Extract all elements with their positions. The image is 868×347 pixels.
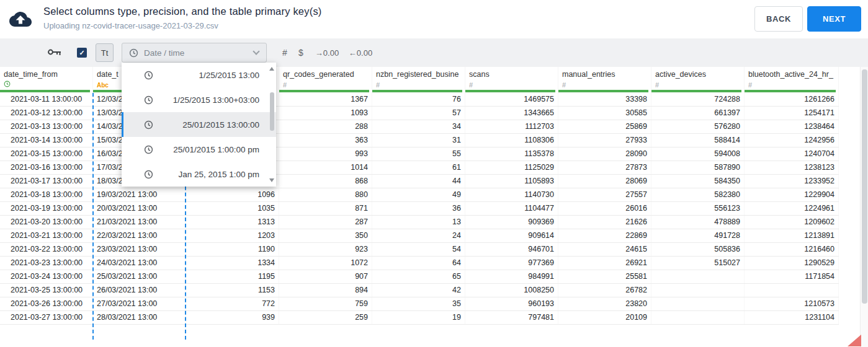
table-cell[interactable]: 57 xyxy=(372,107,465,120)
table-cell[interactable]: 28/03/2021 13:00 xyxy=(93,311,186,324)
table-cell[interactable]: 27933 xyxy=(558,134,651,147)
table-cell[interactable]: 1343665 xyxy=(465,107,558,120)
table-cell[interactable]: 1153 xyxy=(186,284,279,297)
column-header-nzbn_registered_busine[interactable]: nzbn_registered_busine# xyxy=(372,67,465,93)
table-cell[interactable]: 2021-03-27 13:00:00 xyxy=(0,311,93,324)
table-cell[interactable]: 2021-03-18 13:00:00 xyxy=(0,188,93,201)
table-cell[interactable]: 1105893 xyxy=(465,175,558,188)
table-cell[interactable]: 2021-03-17 13:00:00 xyxy=(0,175,93,188)
table-cell[interactable]: 34 xyxy=(372,120,465,133)
column-header-qr_codes_generated[interactable]: qr_codes_generated# xyxy=(279,67,372,93)
primary-key-button[interactable] xyxy=(47,47,63,58)
table-cell[interactable]: 26/03/2021 13:00 xyxy=(93,284,186,297)
next-button[interactable]: NEXT xyxy=(807,6,861,32)
table-cell[interactable] xyxy=(651,284,745,297)
table-cell[interactable]: 1008250 xyxy=(465,284,558,297)
table-cell[interactable]: 505836 xyxy=(651,243,745,256)
table-cell[interactable]: 2021-03-12 13:00:00 xyxy=(0,107,93,120)
table-cell[interactable]: 1238123 xyxy=(745,161,839,174)
table-cell[interactable]: 661397 xyxy=(651,107,745,120)
table-cell[interactable]: 259 xyxy=(279,311,372,324)
table-cell[interactable]: 1233952 xyxy=(745,175,839,188)
table-cell[interactable]: 20/03/2021 13:00 xyxy=(93,202,186,215)
table-cell[interactable]: 556123 xyxy=(651,202,745,215)
table-cell[interactable]: 26782 xyxy=(558,284,651,297)
menu-scrollbar[interactable] xyxy=(268,63,276,187)
table-cell[interactable]: 1469575 xyxy=(465,93,558,106)
date-format-option[interactable]: Jan 25, 2015 1:00 pm xyxy=(122,162,276,187)
table-cell[interactable]: 907 xyxy=(279,270,372,283)
table-cell[interactable]: 2021-03-24 13:00:00 xyxy=(0,270,93,283)
table-cell[interactable]: 2021-03-25 13:00:00 xyxy=(0,284,93,297)
table-cell[interactable]: 2021-03-13 13:00:00 xyxy=(0,120,93,133)
table-cell[interactable]: 30585 xyxy=(558,107,651,120)
table-cell[interactable]: 977369 xyxy=(465,257,558,270)
text-type-button[interactable]: Tt xyxy=(96,43,114,62)
scroll-down-arrow[interactable] xyxy=(269,178,274,182)
table-cell[interactable]: 576280 xyxy=(651,120,745,133)
table-cell[interactable]: 76 xyxy=(372,93,465,106)
table-cell[interactable]: 64 xyxy=(372,257,465,270)
table-cell[interactable]: 363 xyxy=(279,134,372,147)
table-cell[interactable]: 1072 xyxy=(279,257,372,270)
table-cell[interactable]: 23820 xyxy=(558,297,651,310)
table-cell[interactable]: 923 xyxy=(279,243,372,256)
back-button[interactable]: BACK xyxy=(754,6,803,32)
table-cell[interactable]: 1209602 xyxy=(745,216,839,229)
table-cell[interactable]: 1238464 xyxy=(745,120,839,133)
table-cell[interactable]: 909369 xyxy=(465,216,558,229)
table-cell[interactable]: 1190 xyxy=(186,243,279,256)
table-cell[interactable]: 1135378 xyxy=(465,147,558,160)
table-cell[interactable]: 27873 xyxy=(558,161,651,174)
table-cell[interactable]: 1240704 xyxy=(745,147,839,160)
table-cell[interactable]: 1213891 xyxy=(745,229,839,242)
date-format-option[interactable]: 25/01/2015 1:00:00 pm xyxy=(122,137,276,162)
table-cell[interactable]: 1290529 xyxy=(745,257,839,270)
table-cell[interactable] xyxy=(651,311,745,324)
table-cell[interactable]: 1096 xyxy=(186,188,279,201)
table-cell[interactable]: 759 xyxy=(279,297,372,310)
table-cell[interactable]: 25/03/2021 13:00 xyxy=(93,270,186,283)
table-cell[interactable]: 26016 xyxy=(558,202,651,215)
table-cell[interactable]: 797481 xyxy=(465,311,558,324)
table-cell[interactable]: 1035 xyxy=(186,202,279,215)
scrollbar-thumb[interactable] xyxy=(270,92,274,131)
table-cell[interactable]: 1210573 xyxy=(745,297,839,310)
table-cell[interactable]: 582380 xyxy=(651,188,745,201)
table-cell[interactable]: 287 xyxy=(279,216,372,229)
table-cell[interactable]: 1014 xyxy=(279,161,372,174)
table-cell[interactable]: 27557 xyxy=(558,188,651,201)
table-cell[interactable]: 724288 xyxy=(651,93,745,106)
table-cell[interactable]: 960193 xyxy=(465,297,558,310)
table-cell[interactable]: 2021-03-15 13:00:00 xyxy=(0,147,93,160)
table-cell[interactable]: 21/03/2021 13:00 xyxy=(93,216,186,229)
table-cell[interactable]: 594008 xyxy=(651,147,745,160)
table-cell[interactable]: 2021-03-22 13:00:00 xyxy=(0,243,93,256)
table-cell[interactable]: 2021-03-11 13:00:00 xyxy=(0,93,93,106)
table-cell[interactable]: 20109 xyxy=(558,311,651,324)
column-header-bluetooth_active_24_hr_[interactable]: bluetooth_active_24_hr_# xyxy=(745,67,839,93)
table-cell[interactable]: 1203 xyxy=(186,229,279,242)
column-header-manual_entries[interactable]: manual_entries# xyxy=(558,67,651,93)
table-cell[interactable]: 588414 xyxy=(651,134,745,147)
table-cell[interactable]: 1224961 xyxy=(745,202,839,215)
table-cell[interactable]: 2021-03-19 13:00:00 xyxy=(0,202,93,215)
table-cell[interactable]: 871 xyxy=(279,202,372,215)
table-cell[interactable]: 19 xyxy=(372,311,465,324)
column-header-active_devices[interactable]: active_devices# xyxy=(651,67,745,93)
table-cell[interactable]: 350 xyxy=(279,229,372,242)
table-cell[interactable]: 880 xyxy=(279,188,372,201)
table-cell[interactable]: 25581 xyxy=(558,270,651,283)
table-cell[interactable]: 1195 xyxy=(186,270,279,283)
table-cell[interactable]: 2021-03-26 13:00:00 xyxy=(0,297,93,310)
table-cell[interactable] xyxy=(745,284,839,297)
table-cell[interactable]: 868 xyxy=(279,175,372,188)
table-cell[interactable]: 61 xyxy=(372,161,465,174)
table-cell[interactable]: 24 xyxy=(372,229,465,242)
include-column-checkbox[interactable] xyxy=(77,48,87,58)
scrollbar-thumb[interactable] xyxy=(862,69,867,304)
table-cell[interactable]: 1254171 xyxy=(745,107,839,120)
table-cell[interactable]: 1242956 xyxy=(745,134,839,147)
table-cell[interactable]: 2021-03-14 13:00:00 xyxy=(0,134,93,147)
date-format-option[interactable]: 1/25/2015 13:00 xyxy=(122,63,276,87)
